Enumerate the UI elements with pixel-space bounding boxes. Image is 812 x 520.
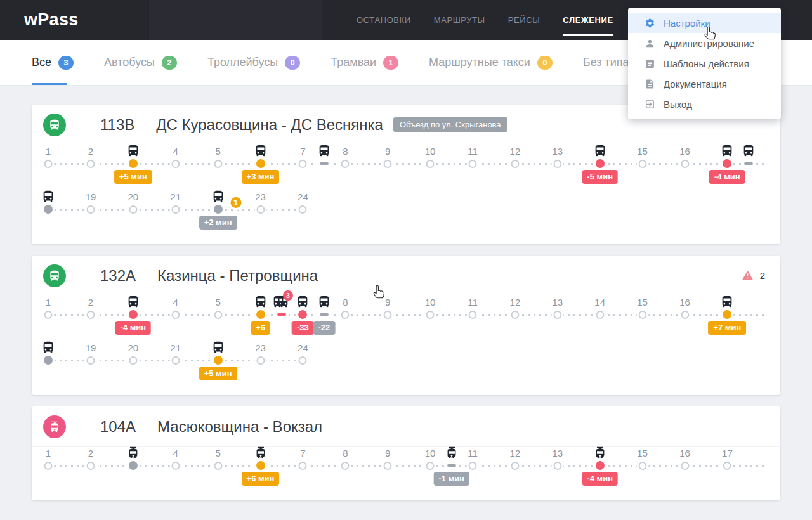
vehicle-position-dot[interactable] (129, 159, 138, 168)
vehicle-position-dot[interactable] (44, 356, 53, 365)
stop-circle[interactable] (384, 160, 392, 168)
vehicle-position-dot[interactable] (723, 310, 731, 319)
route-card[interactable]: 132АКазинца - Петровщина212-4 мин45+6-33… (32, 256, 780, 395)
menu-item[interactable]: Шаблоны действия (628, 53, 781, 74)
nav-item[interactable]: ОСТАНОВКИ (357, 0, 411, 40)
stop-circle[interactable] (426, 160, 435, 168)
vehicle-position-dot[interactable] (256, 310, 265, 319)
vehicle-position-dot[interactable] (129, 310, 138, 319)
route-header[interactable]: 104АМасюковщина - Вокзал (32, 406, 780, 447)
stop-circle[interactable] (171, 311, 180, 319)
bus-icon[interactable] (254, 144, 268, 158)
vehicle-position-dot[interactable] (723, 159, 731, 168)
stop-circle[interactable] (256, 205, 265, 214)
bus-icon[interactable] (296, 295, 310, 309)
stop-circle[interactable] (129, 205, 137, 214)
filter-tab[interactable]: Автобусы2 (104, 40, 177, 85)
bus-icon[interactable] (211, 190, 225, 204)
stop-circle[interactable] (681, 462, 689, 470)
stop-circle[interactable] (341, 462, 350, 470)
stop-circle[interactable] (171, 356, 180, 365)
stop-circle[interactable] (299, 462, 307, 470)
vehicle-position-dot[interactable] (214, 205, 223, 214)
stop-circle[interactable] (299, 205, 307, 214)
route-header[interactable]: 132АКазинца - Петровщина2 (32, 256, 780, 296)
stop-circle[interactable] (426, 462, 435, 470)
menu-item[interactable]: Выход (628, 94, 781, 114)
stop-circle[interactable] (214, 311, 222, 319)
menu-item[interactable]: Настройки (628, 13, 781, 33)
stop-circle[interactable] (171, 160, 180, 168)
stop-circle[interactable] (171, 462, 180, 470)
bus-icon[interactable] (742, 144, 756, 158)
stop-circle[interactable] (86, 205, 95, 214)
stop-circle[interactable] (86, 462, 95, 470)
tram-icon[interactable] (593, 446, 607, 460)
nav-item[interactable]: СЛЕЖЕНИЕ (563, 0, 613, 40)
vehicle-position-dot[interactable] (129, 461, 138, 470)
stop-circle[interactable] (638, 160, 646, 168)
vehicle-position-dot[interactable] (596, 461, 605, 470)
stop-circle[interactable] (553, 311, 561, 319)
stop-circle[interactable] (511, 311, 519, 319)
bus-icon[interactable] (720, 295, 734, 309)
stop-circle[interactable] (44, 462, 53, 470)
vehicle-position-dot[interactable] (596, 159, 605, 168)
tram-icon[interactable] (445, 446, 459, 460)
bus-icon[interactable] (593, 144, 607, 158)
stop-circle[interactable] (384, 311, 392, 319)
route-card[interactable]: 113ВДС Курасовщина - ДС ВеснянкаОбъезд п… (32, 105, 780, 244)
filter-tab[interactable]: Троллейбусы0 (207, 40, 300, 85)
stop-circle[interactable] (469, 311, 477, 319)
stop-circle[interactable] (86, 160, 95, 168)
stop-circle[interactable] (384, 462, 392, 470)
tram-icon[interactable] (254, 446, 268, 460)
stop-circle[interactable] (469, 160, 477, 168)
stop-circle[interactable] (341, 311, 350, 319)
stop-circle[interactable] (171, 205, 180, 214)
vehicle-position-dot[interactable] (256, 159, 265, 168)
stop-circle[interactable] (511, 160, 519, 168)
bus-icon[interactable] (126, 144, 140, 158)
filter-tab[interactable]: Маршрутные такси0 (429, 40, 553, 85)
bus-icon[interactable] (254, 295, 268, 309)
nav-item[interactable]: МАРШРУТЫ (434, 0, 485, 40)
bus-icon[interactable] (211, 341, 225, 354)
stop-circle[interactable] (44, 311, 53, 319)
stop-circle[interactable] (723, 462, 731, 470)
stop-circle[interactable] (553, 160, 561, 168)
filter-tab[interactable]: Все3 (32, 40, 74, 85)
stop-circle[interactable] (638, 311, 646, 319)
stop-circle[interactable] (299, 356, 307, 365)
stop-circle[interactable] (44, 160, 53, 168)
stop-circle[interactable] (299, 160, 307, 168)
stop-circle[interactable] (638, 462, 646, 470)
stop-circle[interactable] (469, 462, 477, 470)
stop-circle[interactable] (426, 311, 435, 319)
stop-circle[interactable] (129, 356, 137, 365)
bus-icon[interactable] (317, 295, 331, 309)
stop-circle[interactable] (553, 462, 561, 470)
stop-circle[interactable] (86, 311, 95, 319)
menu-item[interactable]: Документация (628, 74, 781, 94)
stop-circle[interactable] (214, 160, 222, 168)
vehicle-position-dot[interactable] (44, 205, 53, 214)
stop-circle[interactable] (341, 160, 350, 168)
bus-icon[interactable] (126, 295, 140, 309)
bus-icon[interactable] (41, 190, 55, 204)
stop-circle[interactable] (256, 356, 265, 365)
vehicle-position-dot[interactable] (256, 461, 265, 470)
extra-vehicles-bubble[interactable]: 1 (228, 195, 243, 210)
stop-circle[interactable] (596, 311, 604, 319)
vehicle-position-dot[interactable] (214, 356, 223, 365)
app-logo[interactable]: wPass (24, 0, 79, 40)
route-card[interactable]: 104АМасюковщина - Вокзал1245+6 мин789101… (32, 406, 780, 500)
stop-circle[interactable] (681, 160, 689, 168)
stop-circle[interactable] (681, 311, 689, 319)
vehicle-position-dot[interactable] (298, 310, 307, 319)
filter-tab[interactable]: Трамваи1 (331, 40, 398, 85)
bus-icon[interactable] (317, 144, 331, 158)
nav-item[interactable]: РЕЙСЫ (508, 0, 540, 40)
stop-circle[interactable] (511, 462, 519, 470)
tram-icon[interactable] (126, 446, 140, 460)
